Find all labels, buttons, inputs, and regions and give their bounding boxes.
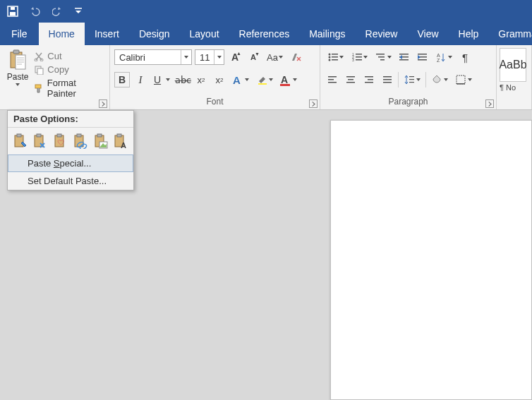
svg-rect-52: [409, 82, 414, 83]
font-launcher[interactable]: [309, 99, 318, 108]
grow-font-button[interactable]: A▲: [227, 49, 243, 65]
ribbon: Paste Cut Copy Format Painter: [0, 45, 532, 110]
svg-rect-32: [399, 59, 409, 61]
paste-special-menuitem[interactable]: Paste Special...: [8, 154, 133, 172]
svg-text:Z: Z: [437, 58, 440, 62]
style-preview: AaBb: [499, 59, 526, 71]
numbering-button[interactable]: 123: [349, 49, 370, 65]
paste-special-hotkey: S: [54, 158, 60, 169]
svg-rect-62: [77, 134, 81, 137]
svg-rect-27: [376, 54, 385, 55]
font-color-button[interactable]: A: [278, 72, 299, 87]
justify-button[interactable]: [380, 72, 395, 87]
svg-rect-44: [365, 76, 373, 78]
strikethrough-button[interactable]: a̶b̶c̶: [175, 72, 191, 87]
shading-button[interactable]: [429, 72, 450, 87]
svg-rect-22: [356, 54, 362, 55]
paste-options-menu: Paste Options: A Paste Special... Set De…: [7, 110, 134, 190]
tab-insert[interactable]: Insert: [85, 23, 129, 45]
bold-button[interactable]: B: [114, 72, 130, 87]
svg-rect-50: [409, 76, 414, 77]
increase-indent-button[interactable]: [415, 49, 430, 65]
set-default-paste-menuitem[interactable]: Set Default Paste...: [8, 172, 133, 190]
svg-point-19: [329, 59, 331, 61]
font-size-value: 11: [195, 52, 214, 63]
tab-references[interactable]: References: [229, 23, 300, 45]
svg-rect-16: [332, 54, 338, 55]
italic-button[interactable]: I: [133, 72, 148, 87]
bullets-button[interactable]: [325, 49, 346, 65]
svg-rect-69: [117, 134, 121, 137]
format-painter-button[interactable]: Format Painter: [34, 78, 105, 99]
text-effects-button[interactable]: A: [230, 72, 251, 87]
svg-rect-38: [328, 76, 337, 78]
group-font: Calibri 11 A▲ A▼ Aa B I U a̶b̶c̶ x: [110, 45, 320, 109]
align-left-button[interactable]: [325, 72, 340, 87]
paragraph-launcher[interactable]: [485, 99, 494, 108]
tab-layout[interactable]: Layout: [180, 23, 229, 45]
svg-rect-66: [97, 134, 102, 137]
save-icon[interactable]: [7, 6, 18, 17]
svg-rect-3: [75, 8, 82, 9]
paste-options-header: Paste Options:: [8, 111, 133, 128]
svg-rect-24: [356, 56, 362, 58]
svg-rect-46: [365, 82, 373, 83]
svg-rect-56: [17, 134, 21, 137]
paste-keep-source-icon[interactable]: [12, 133, 29, 150]
document-page[interactable]: [330, 120, 532, 400]
show-marks-button[interactable]: ¶: [457, 49, 473, 65]
svg-rect-54: [457, 83, 465, 85]
svg-rect-47: [383, 76, 392, 78]
clipboard-launcher[interactable]: [99, 99, 107, 108]
sort-button[interactable]: AZ: [433, 49, 454, 65]
style-normal[interactable]: AaBb: [500, 48, 526, 82]
clear-formatting-button[interactable]: [288, 49, 303, 65]
chevron-down-icon: [181, 50, 191, 64]
tab-mailings[interactable]: Mailings: [299, 23, 355, 45]
svg-rect-49: [383, 82, 392, 83]
copy-button[interactable]: Copy: [34, 64, 105, 75]
borders-button[interactable]: [453, 72, 474, 87]
redo-icon[interactable]: [52, 6, 65, 17]
cut-button[interactable]: Cut: [34, 51, 105, 61]
subscript-button[interactable]: x2: [193, 72, 209, 87]
svg-point-17: [329, 56, 331, 59]
decrease-indent-button[interactable]: [397, 49, 412, 65]
ribbon-tabs: File Home Insert Design Layout Reference…: [0, 23, 532, 45]
svg-rect-35: [418, 59, 427, 61]
highlight-button[interactable]: [254, 72, 275, 87]
paste-merge-formatting-icon[interactable]: [32, 133, 49, 150]
paste-button[interactable]: Paste: [4, 47, 31, 86]
paste-text-only-icon[interactable]: A: [113, 133, 130, 150]
chevron-down-icon: [214, 50, 224, 64]
qat-customize-icon[interactable]: [75, 7, 82, 16]
tab-grammarly[interactable]: Grammarly: [488, 23, 532, 45]
tab-file[interactable]: File: [0, 23, 39, 45]
paste-link-icon[interactable]: [73, 133, 90, 150]
tab-review[interactable]: Review: [356, 23, 408, 45]
svg-rect-39: [328, 79, 334, 80]
superscript-button[interactable]: x2: [212, 72, 227, 87]
font-name-combo[interactable]: Calibri: [114, 49, 192, 65]
font-size-combo[interactable]: 11: [195, 49, 224, 65]
multilevel-list-button[interactable]: [373, 49, 394, 65]
shrink-font-button[interactable]: A▼: [246, 49, 261, 65]
align-right-button[interactable]: [361, 72, 377, 87]
svg-rect-51: [409, 79, 414, 80]
paste-picture-icon[interactable]: [52, 133, 69, 150]
style-name: ¶ No: [500, 83, 528, 92]
line-spacing-button[interactable]: [401, 72, 423, 87]
underline-button[interactable]: U: [151, 72, 172, 87]
tab-help[interactable]: Help: [449, 23, 489, 45]
paste-image-icon[interactable]: [92, 133, 109, 150]
svg-rect-40: [328, 82, 337, 83]
tab-design[interactable]: Design: [129, 23, 180, 45]
tab-home[interactable]: Home: [39, 23, 85, 45]
svg-rect-7: [13, 50, 19, 54]
paste-special-rest: pecial...: [60, 158, 92, 169]
undo-icon[interactable]: [28, 6, 42, 17]
align-center-button[interactable]: [343, 72, 358, 87]
change-case-button[interactable]: Aa: [264, 49, 285, 65]
tab-view[interactable]: View: [407, 23, 448, 45]
group-styles: AaBb ¶ No: [497, 45, 532, 109]
